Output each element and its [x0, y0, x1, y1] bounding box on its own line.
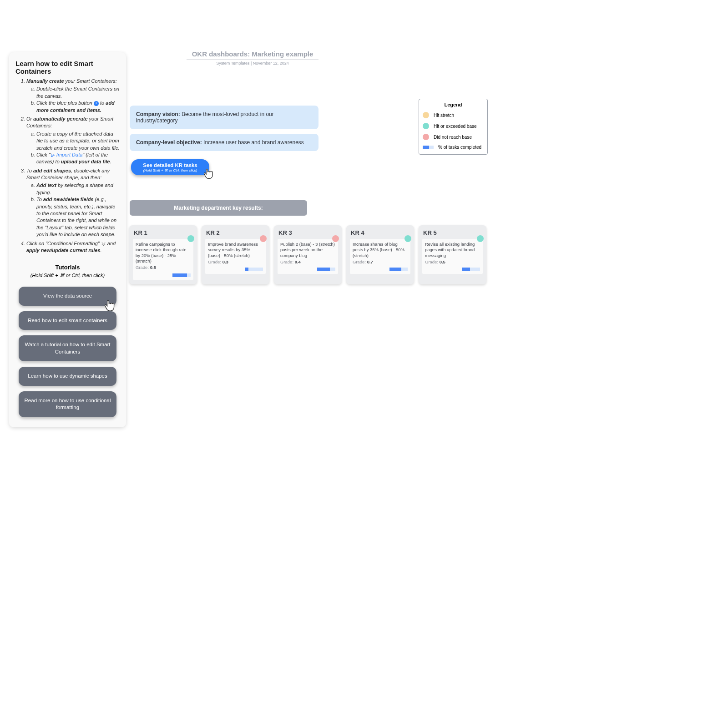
kr-title: KR 1 [134, 229, 193, 236]
kr-body: Refine campaigns to increase click-throu… [133, 239, 193, 280]
company-objective-box[interactable]: Company-level objective: Increase user b… [130, 134, 318, 151]
help-step-2a: Create a copy of the attached data file … [36, 131, 120, 152]
document-subtitle: System Templates | November 12, 2024 [187, 61, 318, 66]
help-step-1a: Double-click the Smart Containers on the… [36, 86, 120, 100]
company-objective-label: Company-level objective: [136, 139, 203, 146]
company-vision-box[interactable]: Company vision: Become the most-loved pr… [130, 106, 318, 129]
kr-progress-bar [317, 268, 335, 271]
kr-grade: Grade: 0.4 [280, 259, 335, 265]
kr-status-dot [187, 235, 194, 242]
kr-body: Increase shares of blog posts by 35% (ba… [350, 239, 410, 274]
legend-box: Legend Hit stretch Hit or exceeded base … [419, 99, 488, 155]
tutorial-btn-read-edit-containers[interactable]: Read how to edit smart containers [19, 311, 116, 330]
kr-card-row: KR 1 Refine campaigns to increase click-… [129, 225, 486, 284]
kr-grade: Grade: 0.5 [425, 259, 480, 265]
help-step-1b: Click the blue plus button + to add more… [36, 100, 120, 114]
kr-description: Refine campaigns to increase click-throu… [136, 242, 191, 264]
plus-icon: + [94, 101, 99, 106]
help-step-3a: Add text by selecting a shape and typing… [36, 182, 120, 196]
kr-status-dot [477, 235, 484, 242]
kr-progress-bar [172, 273, 191, 277]
kr-title: KR 2 [206, 229, 266, 236]
kr-description: Revise all existing landing pages with u… [425, 242, 480, 258]
document-header: OKR dashboards: Marketing example System… [187, 50, 318, 66]
legend-dot-icon [423, 123, 429, 129]
kr-card[interactable]: KR 5 Revise all existing landing pages w… [419, 225, 486, 284]
help-step-3b: To add new/delete fields (e.g., priority… [36, 196, 120, 238]
tutorials-header: Tutorials [15, 264, 120, 271]
help-step-1: Manually create your Smart Containers: D… [26, 78, 120, 114]
tutorial-btn-view-data-source[interactable]: View the data source [19, 287, 116, 306]
kr-card[interactable]: KR 3 Publish 2 (base) - 3 (stretch) post… [274, 225, 342, 284]
legend-row: Hit or exceeded base [423, 123, 484, 129]
help-panel: Learn how to edit Smart Containers Manua… [9, 52, 126, 427]
kr-title: KR 4 [351, 229, 410, 236]
kr-status-dot [404, 235, 411, 242]
kr-grade: Grade: 0.3 [208, 259, 263, 265]
legend-dot-icon [423, 112, 429, 118]
import-data-link[interactable]: Import Data [55, 152, 83, 157]
see-detailed-kr-button[interactable]: See detailed KR tasks (Hold Shift + ⌘ or… [131, 159, 209, 175]
progress-bar-icon [423, 146, 434, 149]
kr-title: KR 3 [278, 229, 338, 236]
kr-status-dot [332, 235, 339, 242]
legend-label: Did not reach base [434, 135, 472, 140]
kr-grade: Grade: 0.7 [353, 259, 408, 265]
kr-progress-bar [462, 268, 480, 271]
detail-btn-main: See detailed KR tasks [135, 162, 206, 168]
legend-dot-icon [423, 134, 429, 140]
help-step-4: Click on "Conditional Formatting" and ap… [26, 240, 120, 254]
tutorial-btn-dynamic-shapes[interactable]: Learn how to use dynamic shapes [19, 367, 116, 386]
legend-title: Legend [423, 102, 484, 107]
detail-btn-sub: (Hold Shift + ⌘ or Ctrl, then click) [135, 168, 206, 172]
help-step-2: Or automatically generate your Smart Con… [26, 116, 120, 166]
legend-row-progress: % of tasks completed [423, 145, 484, 150]
document-title: OKR dashboards: Marketing example [187, 50, 318, 58]
legend-label: Hit stretch [434, 113, 454, 118]
tutorials-subtext: (Hold Shift + ⌘ or Ctrl, then click) [15, 273, 120, 278]
kr-card[interactable]: KR 4 Increase shares of blog posts by 35… [346, 225, 414, 284]
tutorial-btn-watch-edit-containers[interactable]: Watch a tutorial on how to edit Smart Co… [19, 335, 116, 361]
kr-body: Publish 2 (base) - 3 (stretch) posts per… [278, 239, 338, 274]
kr-title: KR 5 [423, 229, 483, 236]
kr-body: Improve brand awareness survey results b… [205, 239, 266, 274]
import-icon [51, 153, 55, 157]
help-title: Learn how to edit Smart Containers [15, 60, 120, 75]
help-step-2b: Click " Import Data" (left of the canvas… [36, 152, 120, 166]
tutorial-btn-conditional-formatting[interactable]: Read more on how to use conditional form… [19, 391, 116, 417]
company-vision-label: Company vision: [136, 111, 182, 117]
kr-card[interactable]: KR 1 Refine campaigns to increase click-… [129, 225, 197, 284]
legend-row: Did not reach base [423, 134, 484, 140]
kr-description: Increase shares of blog posts by 35% (ba… [353, 242, 408, 258]
kr-grade: Grade: 0.8 [136, 265, 191, 270]
kr-progress-bar [389, 268, 408, 271]
kr-card[interactable]: KR 2 Improve brand awareness survey resu… [202, 225, 269, 284]
help-step-3: To add edit shapes, double-click any Sma… [26, 167, 120, 238]
kr-description: Improve brand awareness survey results b… [208, 242, 263, 258]
legend-label: Hit or exceeded base [434, 124, 477, 129]
legend-row: Hit stretch [423, 112, 484, 118]
department-header[interactable]: Marketing department key results: [130, 200, 307, 216]
help-steps-list: Manually create your Smart Containers: D… [15, 78, 120, 254]
legend-label-progress: % of tasks completed [438, 145, 481, 150]
kr-body: Revise all existing landing pages with u… [422, 239, 483, 274]
kr-description: Publish 2 (base) - 3 (stretch) posts per… [280, 242, 335, 258]
conditional-formatting-icon [101, 241, 106, 246]
company-objective-text: Increase user base and brand awareness [203, 139, 304, 146]
kr-progress-bar [245, 268, 263, 271]
kr-status-dot [260, 235, 267, 242]
title-rule [187, 60, 318, 60]
